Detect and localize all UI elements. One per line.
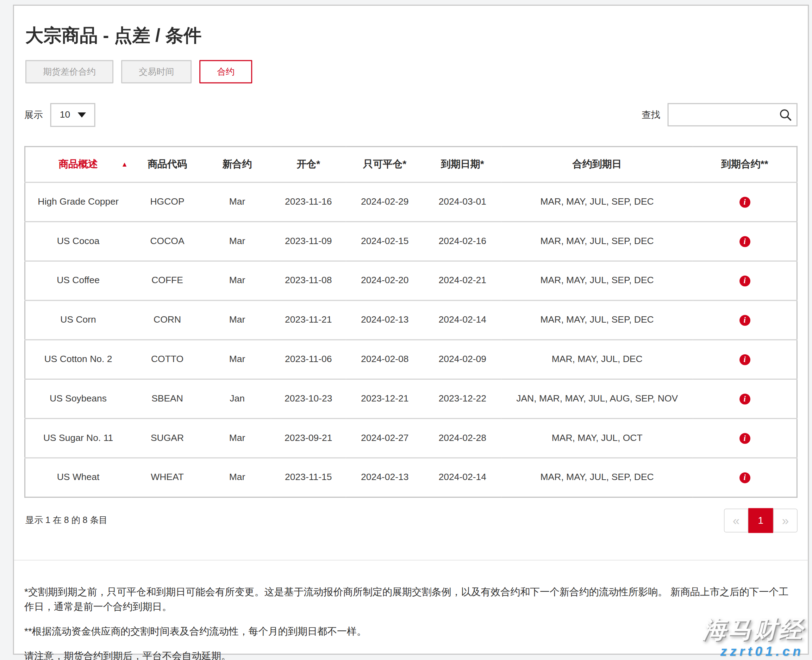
pagination: « 1 »	[724, 508, 798, 533]
info-icon[interactable]: i	[739, 197, 750, 208]
entries-info: 显示 1 在 8 的 8 条目	[25, 514, 108, 526]
footnote-no-rollover: 请注意，期货合约到期后，平台不会自动延期。	[24, 648, 798, 660]
column-header-label: 新合约	[222, 159, 252, 170]
table-row: US WheatWHEATMar2023-11-152024-02-132024…	[25, 457, 797, 497]
cell-expiry-date: 2024-02-09	[423, 340, 501, 379]
column-header-4[interactable]: 开仓*	[271, 146, 346, 182]
cell-close-only: 2024-02-15	[346, 222, 423, 261]
cell-code: CORN	[131, 300, 203, 340]
info-icon[interactable]: i	[739, 354, 750, 365]
tab-bar: 期货差价合约 交易时间 合约	[25, 60, 798, 83]
content-card: 大宗商品 - 点差 / 条件 期货差价合约 交易时间 合约 展示 10 查找	[13, 5, 809, 655]
info-icon[interactable]: i	[739, 393, 750, 404]
cell-new-contract: Mar	[203, 457, 271, 497]
column-header-6[interactable]: 到期日期*	[423, 146, 501, 182]
search-group: 查找	[642, 103, 798, 127]
search-label: 查找	[642, 108, 660, 121]
cell-close-only: 2024-02-27	[346, 419, 423, 458]
info-icon[interactable]: i	[739, 472, 750, 483]
cell-expiry-date: 2024-02-16	[423, 222, 501, 261]
cell-close-only: 2024-02-29	[346, 182, 423, 222]
contracts-table: 商品概述▲商品代码新合约开仓*只可平仓*到期日期*合约到期日到期合约** Hig…	[24, 146, 798, 498]
column-header-1[interactable]: 商品概述▲	[25, 146, 131, 182]
info-icon[interactable]: i	[739, 433, 750, 444]
pagination-next-button[interactable]: »	[773, 508, 798, 532]
cell-expiry-date: 2024-02-21	[423, 261, 501, 300]
table-row: US Sugar No. 11SUGARMar2023-09-212024-02…	[25, 419, 797, 458]
column-header-label: 开仓*	[297, 159, 320, 170]
cell-open: 2023-11-16	[271, 182, 346, 222]
cell-expiry-date: 2024-03-01	[423, 182, 501, 222]
pagination-page-1[interactable]: 1	[748, 508, 773, 533]
footnotes: *交割期到期之前，只可平仓和到期日可能会有所变更。这是基于流动报价商所制定的展期…	[24, 584, 798, 660]
column-header-label: 到期日期*	[441, 159, 484, 170]
page: 大宗商品 - 点差 / 条件 期货差价合约 交易时间 合约 展示 10 查找	[0, 0, 812, 660]
table-row: US CoffeeCOFFEMar2023-11-082024-02-20202…	[25, 261, 797, 300]
cell-expiring-contract: i	[693, 300, 797, 340]
cell-code: SUGAR	[131, 419, 203, 458]
cell-code: SBEAN	[131, 379, 203, 419]
cell-open: 2023-11-08	[271, 261, 346, 300]
cell-expiring-contract: i	[693, 419, 797, 458]
page-size-group: 展示 10	[24, 103, 95, 127]
table-header-row: 商品概述▲商品代码新合约开仓*只可平仓*到期日期*合约到期日到期合约**	[25, 146, 797, 182]
cell-open: 2023-11-15	[271, 457, 346, 497]
cell-open: 2023-10-23	[271, 379, 346, 419]
cell-expiring-contract: i	[693, 457, 797, 497]
table-row: US CocoaCOCOAMar2023-11-092024-02-152024…	[25, 222, 797, 261]
cell-new-contract: Mar	[203, 340, 271, 379]
cell-new-contract: Mar	[203, 182, 271, 222]
tab-contracts[interactable]: 合约	[199, 60, 252, 83]
column-header-2[interactable]: 商品代码	[131, 146, 203, 182]
cell-new-contract: Jan	[203, 379, 271, 419]
search-input[interactable]	[668, 103, 798, 127]
column-header-8[interactable]: 到期合约**	[693, 146, 797, 182]
column-header-5[interactable]: 只可平仓*	[346, 146, 423, 182]
cell-overview: US Soybeans	[25, 379, 131, 419]
sort-asc-icon: ▲	[121, 160, 128, 168]
info-icon[interactable]: i	[739, 236, 750, 247]
cell-expiring-contract: i	[693, 261, 797, 300]
cell-code: COFFE	[131, 261, 203, 300]
cell-open: 2023-09-21	[271, 419, 346, 458]
cell-new-contract: Mar	[203, 261, 271, 300]
cell-new-contract: Mar	[203, 419, 271, 458]
cell-code: COCOA	[131, 222, 203, 261]
footnote-delivery: *交割期到期之前，只可平仓和到期日可能会有所变更。这是基于流动报价商所制定的展期…	[24, 584, 798, 614]
cell-contract-months: MAR, MAY, JUL, SEP, DEC	[501, 261, 693, 300]
cell-expiry-date: 2024-02-14	[423, 457, 501, 497]
notes-divider	[14, 560, 808, 560]
cell-new-contract: Mar	[203, 300, 271, 340]
cell-contract-months: MAR, MAY, JUL, SEP, DEC	[501, 457, 693, 497]
cell-overview: US Wheat	[25, 457, 131, 497]
table-row: US CornCORNMar2023-11-212024-02-132024-0…	[25, 300, 797, 340]
pagination-prev-button[interactable]: «	[724, 508, 748, 532]
cell-expiring-contract: i	[693, 340, 797, 379]
cell-expiry-date: 2023-12-22	[423, 379, 501, 419]
info-icon[interactable]: i	[739, 275, 750, 286]
column-header-3[interactable]: 新合约	[203, 146, 271, 182]
column-header-label: 商品代码	[147, 159, 187, 170]
cell-close-only: 2024-02-20	[346, 261, 423, 300]
page-size-value: 10	[60, 109, 70, 120]
info-icon[interactable]: i	[739, 314, 750, 325]
page-size-select[interactable]: 10	[50, 103, 95, 127]
tab-futures-cfd[interactable]: 期货差价合约	[25, 60, 113, 83]
cell-overview: US Cotton No. 2	[25, 340, 131, 379]
show-label: 展示	[24, 108, 43, 121]
column-header-label: 合约到期日	[573, 159, 622, 170]
column-header-7[interactable]: 合约到期日	[501, 146, 693, 182]
cell-expiry-date: 2024-02-28	[423, 419, 501, 458]
search-icon	[779, 108, 792, 122]
cell-expiring-contract: i	[693, 222, 797, 261]
cell-overview: US Corn	[25, 300, 131, 340]
table-row: High Grade CopperHGCOPMar2023-11-162024-…	[25, 182, 797, 222]
cell-contract-months: MAR, MAY, JUL, OCT	[501, 419, 693, 458]
cell-code: HGCOP	[131, 182, 203, 222]
tab-trading-hours[interactable]: 交易时间	[121, 60, 192, 83]
column-header-label: 到期合约**	[721, 159, 768, 170]
cell-expiring-contract: i	[693, 182, 797, 222]
cell-overview: High Grade Copper	[25, 182, 131, 222]
cell-close-only: 2023-12-21	[346, 379, 423, 419]
chevron-down-icon	[78, 112, 86, 117]
